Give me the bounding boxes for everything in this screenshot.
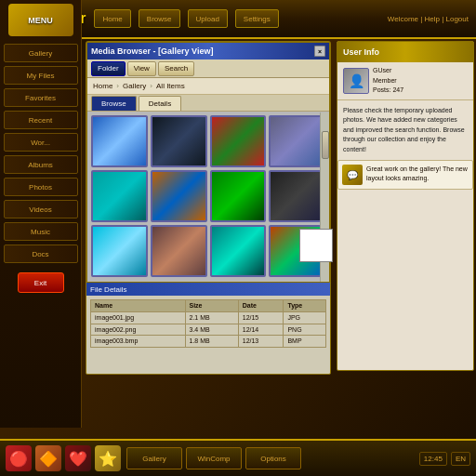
cell-date-2: 12/14 (238, 324, 284, 336)
gallery-item-0[interactable] (91, 115, 148, 167)
gallery-item-5[interactable] (151, 170, 207, 222)
desktop: MediaStar Home Browse Upload Settings We… (0, 0, 476, 476)
lower-panel: File Details Name Size Date Type image00… (86, 282, 331, 375)
table-header-row: Name Size Date Type (91, 300, 326, 312)
tab-browse[interactable]: Browse (91, 96, 137, 111)
gallery-grid (87, 112, 329, 284)
sidebar-item-myfiles[interactable]: My Files (4, 66, 78, 85)
tab-details[interactable]: Details (139, 96, 181, 111)
gallery-img-3 (271, 117, 324, 165)
main-toolbar: Folder View Search (87, 60, 329, 78)
sidebar: MENU Gallery My Files Favorites Recent W… (0, 0, 82, 428)
gallery-item-1[interactable] (151, 115, 207, 167)
breadcrumb-allitems[interactable]: All Items (156, 82, 185, 90)
table-row[interactable]: image001.jpg 2.1 MB 12/15 JPG (91, 311, 326, 324)
sidebar-item-wor[interactable]: Wor... (4, 133, 78, 152)
col-header-size: Size (185, 300, 238, 312)
cell-size-1: 2.1 MB (185, 311, 238, 324)
user-info: 👤 GUser Member Posts: 247 (337, 62, 473, 100)
tray-lang[interactable]: EN (451, 452, 470, 466)
col-header-date: Date (238, 300, 284, 312)
taskbar-icon-4[interactable]: ⭐ (95, 445, 121, 471)
cell-type-1: JPG (284, 311, 326, 324)
cell-size-3: 1.8 MB (185, 336, 238, 348)
gallery-img-5 (152, 172, 205, 220)
popup-box[interactable] (299, 229, 333, 262)
cell-name-2: image002.png (91, 324, 186, 336)
cell-size-2: 3.4 MB (185, 324, 238, 336)
gallery-img-1 (152, 117, 205, 165)
col-header-name: Name (91, 300, 186, 312)
tray-time[interactable]: 12:45 (419, 452, 447, 466)
breadcrumb-home[interactable]: Home (93, 82, 112, 90)
taskbar-icon-3[interactable]: ❤️ (65, 445, 91, 471)
sidebar-item-docs[interactable]: Docs (4, 245, 78, 263)
gallery-item-8[interactable] (91, 225, 148, 277)
nav-btn-settings[interactable]: Settings (235, 9, 279, 28)
gallery-item-7[interactable] (269, 170, 325, 222)
sidebar-item-recent[interactable]: Recent (4, 111, 78, 129)
gallery-item-6[interactable] (210, 170, 267, 222)
taskbar-icon-2[interactable]: 🔶 (35, 445, 61, 471)
gallery-item-3[interactable] (269, 115, 325, 167)
sidebar-item-favorites[interactable]: Favorites (4, 88, 78, 107)
lower-content: Name Size Date Type image001.jpg 2.1 MB … (86, 296, 330, 351)
file-details-table: Name Size Date Type image001.jpg 2.1 MB … (90, 299, 326, 348)
logout-button[interactable]: Exit (18, 272, 64, 293)
breadcrumb: Home › Gallery › All Items (87, 78, 329, 95)
gallery-item-4[interactable] (91, 170, 148, 222)
sidebar-item-photos[interactable]: Photos (4, 178, 78, 196)
gallery-img-7 (271, 172, 324, 220)
nav-btn-home[interactable]: Home (94, 9, 130, 28)
close-button[interactable]: × (314, 46, 325, 57)
main-window-title: Media Browser - [Gallery View] (91, 46, 213, 56)
breadcrumb-sep1: › (116, 82, 119, 90)
user-details: GUser Member Posts: 247 (373, 66, 403, 96)
gallery-img-8 (93, 227, 146, 275)
gallery-img-0 (93, 117, 146, 165)
nav-btn-upload[interactable]: Upload (188, 9, 228, 28)
sidebar-item-albums[interactable]: Albums (4, 155, 78, 174)
post-item-1[interactable]: 💬 Great work on the gallery! The new lay… (337, 160, 473, 190)
avatar: 👤 (343, 68, 369, 94)
cell-name-3: image003.bmp (91, 336, 186, 348)
user-level: Member (373, 76, 403, 86)
user-posts: Posts: 247 (373, 86, 403, 96)
right-panel: User Info 👤 GUser Member Posts: 247 Plea… (337, 41, 474, 371)
gallery-item-10[interactable] (210, 225, 267, 277)
right-paragraph: Please check the temporary uploaded phot… (343, 106, 468, 155)
cell-date-3: 12/13 (238, 336, 284, 348)
main-title-bar: Media Browser - [Gallery View] × (87, 43, 329, 60)
taskbar-win-btn-wincomp[interactable]: WinComp (186, 447, 242, 469)
cell-date-1: 12/15 (238, 311, 284, 324)
sidebar-item-gallery[interactable]: Gallery (4, 44, 78, 62)
taskbar: 🔴 🔶 ❤️ ⭐ Gallery WinComp Options 12:45 E… (0, 439, 476, 476)
table-row[interactable]: image003.bmp 1.8 MB 12/13 BMP (91, 336, 326, 348)
sidebar-item-videos[interactable]: Videos (4, 200, 78, 218)
sidebar-logo: MENU (8, 4, 73, 36)
taskbar-tray: 12:45 EN (419, 452, 470, 466)
gallery-img-6 (212, 172, 265, 220)
taskbar-win-btn-gallery[interactable]: Gallery (126, 447, 182, 469)
gallery-img-10 (212, 227, 265, 275)
toolbar-btn-search[interactable]: Search (158, 61, 194, 76)
gallery-img-4 (93, 172, 146, 220)
table-row[interactable]: image002.png 3.4 MB 12/14 PNG (91, 324, 326, 336)
gallery-img-9 (152, 227, 205, 275)
toolbar-btn-folder[interactable]: Folder (91, 61, 126, 76)
taskbar-win-btn-options[interactable]: Options (245, 447, 301, 469)
lower-panel-title: File Details (86, 283, 330, 296)
gallery-img-2 (212, 117, 265, 165)
gallery-item-9[interactable] (151, 225, 207, 277)
right-panel-header: User Info (337, 42, 473, 62)
taskbar-icon-1[interactable]: 🔴 (6, 445, 32, 471)
toolbar-btn-view[interactable]: View (127, 61, 156, 76)
taskbar-windows: Gallery WinComp Options (126, 447, 414, 469)
breadcrumb-gallery[interactable]: Gallery (123, 82, 146, 90)
sidebar-item-music[interactable]: Music (4, 222, 78, 241)
nav-btn-browse[interactable]: Browse (139, 9, 180, 28)
nav-right-text: Welcome | Help | Logout (388, 15, 469, 23)
gallery-item-2[interactable] (210, 115, 267, 167)
scrollbar-thumb[interactable] (322, 131, 329, 159)
cell-name-1: image001.jpg (91, 311, 186, 324)
